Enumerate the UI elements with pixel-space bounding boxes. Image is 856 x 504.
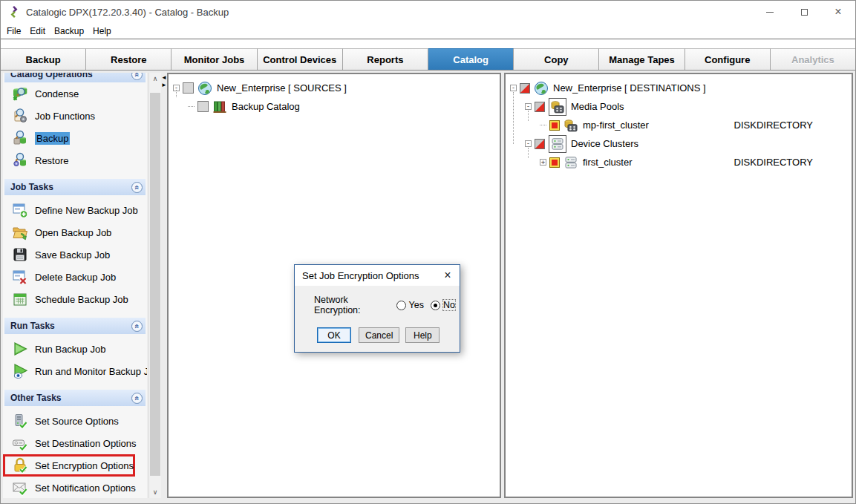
splitter-collapse-left-icon[interactable]: ◄ <box>161 75 167 81</box>
destinations-tree: - New_Enterprise [ DESTINATIONS ] - Medi… <box>506 74 852 176</box>
tree-node-label[interactable]: Media Pools <box>571 101 624 112</box>
radio-circle-checked[interactable] <box>431 301 440 310</box>
menu-file[interactable]: File <box>2 24 25 38</box>
dialog-close-icon[interactable]: × <box>436 265 460 286</box>
sidebar-item-run-backup-job[interactable]: Run Backup Job <box>3 338 147 360</box>
tree-node-label[interactable]: Device Clusters <box>571 138 638 149</box>
collapse-button[interactable]: « <box>131 321 143 332</box>
splitter-collapse-right-icon[interactable]: ► <box>161 82 167 88</box>
tab-catalog[interactable]: Catalog <box>428 48 514 70</box>
device-clusters-icon <box>549 135 566 153</box>
sidebar-item-delete-backup-job[interactable]: Delete Backup Job <box>3 266 147 288</box>
radio-yes[interactable]: Yes <box>396 300 424 310</box>
tree-row-mp-first-cluster[interactable]: mp-first_cluster DISKDIRECTORY <box>510 116 850 134</box>
sidebar-scrollbar[interactable]: ∧ ∨ <box>148 73 161 498</box>
destinations-panel: - New_Enterprise [ DESTINATIONS ] - Medi… <box>504 73 853 498</box>
tab-analytics[interactable]: Analytics <box>771 48 855 70</box>
tab-control-devices[interactable]: Control Devices <box>258 48 343 70</box>
scroll-down-arrow-icon[interactable]: ∨ <box>149 486 161 498</box>
tree-collapse-icon[interactable]: - <box>525 103 532 110</box>
menu-edit[interactable]: Edit <box>25 24 50 38</box>
sidebar-item-set-notification-options[interactable]: Set Notification Options <box>3 477 147 498</box>
tree-collapse-icon[interactable]: - <box>525 140 532 147</box>
tab-copy[interactable]: Copy <box>514 48 599 70</box>
run-icon <box>10 339 30 359</box>
tree-row-backup-catalog[interactable]: Backup Catalog <box>173 97 498 116</box>
sidebar-item-backup[interactable]: Backup <box>3 127 147 149</box>
tab-backup[interactable]: Backup <box>1 48 86 70</box>
maximize-button[interactable] <box>787 1 821 23</box>
tree-checkbox-selected[interactable] <box>549 157 560 168</box>
tree-checkbox-partial[interactable] <box>535 102 545 112</box>
ok-button[interactable]: OK <box>317 327 351 343</box>
radio-no-label[interactable]: No <box>443 300 455 310</box>
tree-row-new-enterprise-destinations[interactable]: - New_Enterprise [ DESTINATIONS ] <box>510 79 850 97</box>
run-monitor-icon <box>10 361 30 381</box>
dialog-body: Network Encryption: Yes No <box>295 286 460 318</box>
mail-icon <box>10 478 30 497</box>
tab-monitor-jobs[interactable]: Monitor Jobs <box>171 48 257 70</box>
collapse-button[interactable]: « <box>131 393 143 404</box>
dialog-titlebar: Set Job Encryption Options × <box>295 265 460 286</box>
tab-manage-tapes[interactable]: Manage Tapes <box>599 48 685 70</box>
sidebar-item-open-backup-job[interactable]: Open Backup Job <box>3 221 147 243</box>
collapse-button[interactable]: « <box>131 73 143 80</box>
cancel-button[interactable]: Cancel <box>359 327 399 343</box>
close-button[interactable]: × <box>821 1 855 23</box>
sidebar-item-set-encryption-options[interactable]: Set Encryption Options <box>3 454 135 477</box>
sidebar-item-schedule-backup-job[interactable]: Schedule Backup Job <box>3 288 147 310</box>
sidebar-item-set-destination-options[interactable]: Set Destination Options <box>3 432 147 454</box>
sidebar-item-label: Set Source Options <box>35 416 119 427</box>
collapse-button[interactable]: « <box>131 182 143 193</box>
radio-no[interactable]: No <box>431 300 455 310</box>
radio-circle-unchecked[interactable] <box>396 301 406 310</box>
backup-icon <box>10 128 30 148</box>
section-catalog-operations-clipped: Catalog Operations « <box>4 73 146 82</box>
tab-reports[interactable]: Reports <box>343 48 428 70</box>
tree-checkbox[interactable] <box>197 101 209 112</box>
dialog-buttons: OK Cancel Help <box>295 318 460 352</box>
tree-node-label[interactable]: New_Enterprise [ DESTINATIONS ] <box>553 82 706 94</box>
tree-node-label[interactable]: New_Enterprise [ SOURCES ] <box>217 82 347 94</box>
tree-checkbox-partial[interactable] <box>520 83 530 94</box>
tree-row-new-enterprise-sources[interactable]: - New_Enterprise [ SOURCES ] <box>173 79 498 97</box>
tab-configure[interactable]: Configure <box>685 48 771 70</box>
tree-checkbox[interactable] <box>183 82 194 94</box>
tree-checkbox-selected[interactable] <box>549 120 560 131</box>
sidebar-item-condense[interactable]: Condense <box>3 82 147 105</box>
network-encryption-label: Network Encryption: <box>314 295 390 315</box>
tree-expand-icon[interactable]: + <box>540 159 546 166</box>
sidebar-item-label: Job Functions <box>35 111 95 122</box>
sidebar-item-restore[interactable]: Restore <box>3 149 147 171</box>
tree-node-label[interactable]: first_cluster <box>583 157 632 168</box>
dialog-title: Set Job Encryption Options <box>302 270 419 281</box>
panel-splitter[interactable]: ◄ ► <box>162 73 166 498</box>
tab-gap <box>1 39 855 48</box>
tree-node-label[interactable]: Backup Catalog <box>232 101 300 112</box>
tree-collapse-icon[interactable]: - <box>510 85 517 91</box>
sidebar-item-define-new-backup-job[interactable]: Define New Backup Job <box>3 199 147 221</box>
menubar: File Edit Backup Help <box>1 23 855 39</box>
menu-backup[interactable]: Backup <box>50 24 88 38</box>
set-job-encryption-options-dialog: Set Job Encryption Options × Network Enc… <box>294 264 460 353</box>
scrollbar-thumb[interactable] <box>150 93 160 476</box>
help-button[interactable]: Help <box>405 327 440 343</box>
sidebar-item-job-functions[interactable]: Job Functions <box>3 105 147 127</box>
sidebar-item-label: Restore <box>35 155 69 166</box>
sidebar-item-run-and-monitor-backup-job[interactable]: Run and Monitor Backup Job <box>3 360 147 382</box>
sidebar-item-label: Save Backup Job <box>35 249 110 261</box>
radio-yes-label[interactable]: Yes <box>409 300 424 310</box>
tree-row-first-cluster[interactable]: + first_cluster DISKDIRECTORY <box>510 153 850 171</box>
tree-node-label[interactable]: mp-first_cluster <box>583 120 649 131</box>
sidebar-item-label: Delete Backup Job <box>35 272 116 283</box>
sidebar-item-label: Condense <box>35 88 79 99</box>
menu-help[interactable]: Help <box>88 24 116 38</box>
tree-row-device-clusters[interactable]: - Device Clusters <box>510 134 850 153</box>
minimize-button[interactable] <box>753 1 787 23</box>
scroll-up-arrow-icon[interactable]: ∧ <box>149 73 161 85</box>
sidebar-item-save-backup-job[interactable]: Save Backup Job <box>3 243 147 266</box>
tree-checkbox-partial[interactable] <box>535 139 545 149</box>
tab-restore[interactable]: Restore <box>86 48 171 70</box>
sidebar-item-set-source-options[interactable]: Set Source Options <box>3 410 147 432</box>
tree-row-media-pools[interactable]: - Media Pools <box>510 97 850 116</box>
